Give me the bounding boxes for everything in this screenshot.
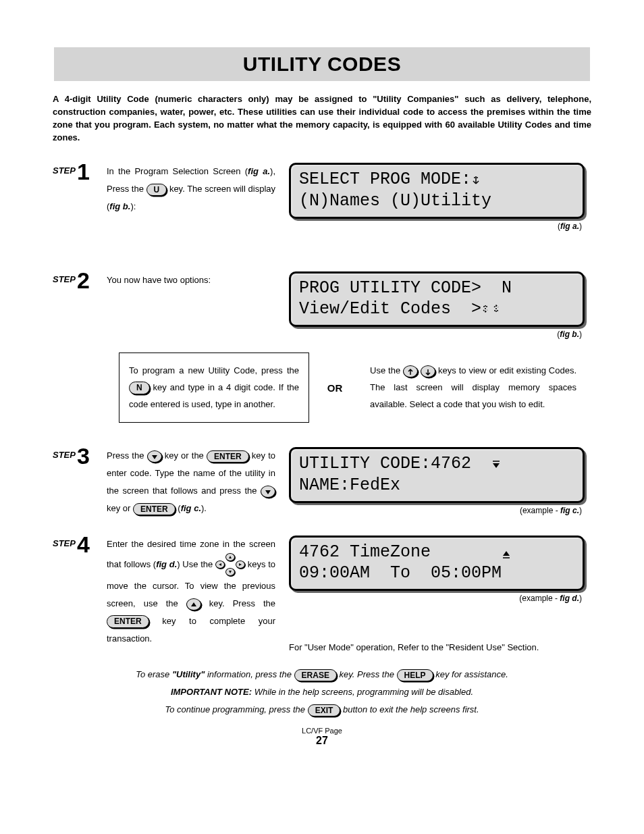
up-arrow-key [403,365,418,377]
down-triangle-key-2 [261,486,275,498]
option-right-box: Use the keys to view or edit existing Co… [360,353,586,422]
step-3-label: STEP3 [53,447,107,467]
footer-notes: To erase "Utility" information, press th… [53,666,591,719]
key-n: N [129,382,150,394]
svg-marker-5 [265,490,271,494]
enter-key: ENTER [207,450,249,463]
step-4-text: Enter the desired time zone in the scree… [107,536,282,648]
svg-marker-4 [152,455,157,459]
exit-key: EXIT [308,704,341,716]
svg-marker-6 [493,463,500,468]
option-left-box: To program a new Utility Code, press the… [119,353,309,423]
fig-d-label: (example - fig d.) [282,594,582,603]
fig-b-label: (fig b.) [282,330,582,339]
erase-key: ERASE [294,669,337,681]
arrow-keypad-icon: ▴▾◂▸ [215,553,245,577]
up-triangle-key [186,598,201,610]
step-1-text: In the Program Selection Screen (fig a.)… [107,163,282,215]
down-triangle-key [147,450,162,463]
lcd-fig-b: PROG UTILITY CODE> N View/Edit Codes > [289,271,585,328]
page-title: UTILITY CODES [54,47,590,81]
step-3-text: Press the key or the ENTER key to enter … [107,447,282,517]
intro-paragraph: A 4-digit Utility Code (numeric characte… [53,93,591,144]
down-arrow-key [421,365,435,377]
step-1-label: STEP1 [53,163,107,182]
page-footer: LC/VF Page 27 [53,727,591,747]
key-u: U [146,184,167,196]
or-label: OR [321,382,348,394]
fig-c-label: (example - fig c.) [282,506,582,515]
svg-marker-9 [503,551,510,556]
lcd-fig-c: UTILITY CODE:4762 NAME:FedEx [289,447,585,503]
step-4-label: STEP4 [53,536,107,555]
lcd-fig-d: 4762 TimeZone 09:00AM To 05:00PM [289,536,585,592]
enter-key-2: ENTER [133,503,176,515]
reference-note: For "User Mode" operation, Refer to the … [289,642,591,652]
step-2-text: You now have two options: [107,271,282,289]
step-2-label: STEP2 [53,271,107,291]
fig-a-label: (fig a.) [282,221,582,231]
help-key: HELP [397,669,433,681]
lcd-fig-a: SELECT PROG MODE: (N)Names (U)Utility [289,163,585,219]
svg-marker-8 [191,602,196,606]
enter-key-3: ENTER [107,615,149,627]
